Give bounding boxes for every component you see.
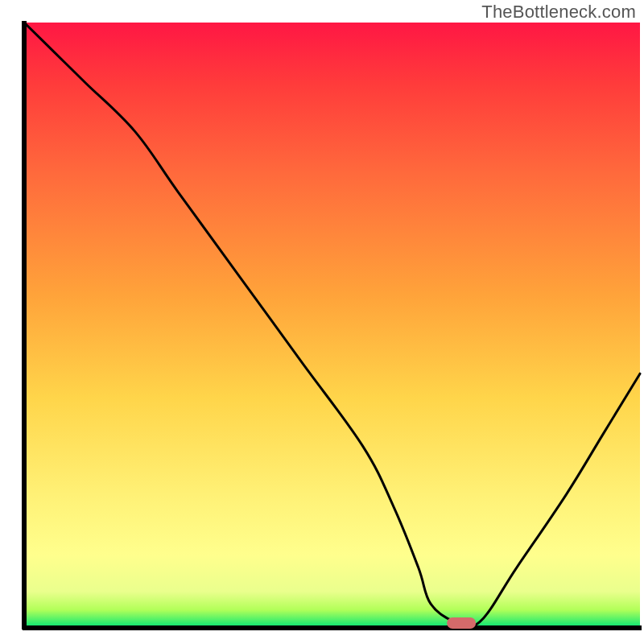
watermark-text: TheBottleneck.com <box>481 2 636 23</box>
chart-svg <box>0 0 644 644</box>
optimum-marker <box>447 617 476 629</box>
bottleneck-chart <box>0 0 644 644</box>
